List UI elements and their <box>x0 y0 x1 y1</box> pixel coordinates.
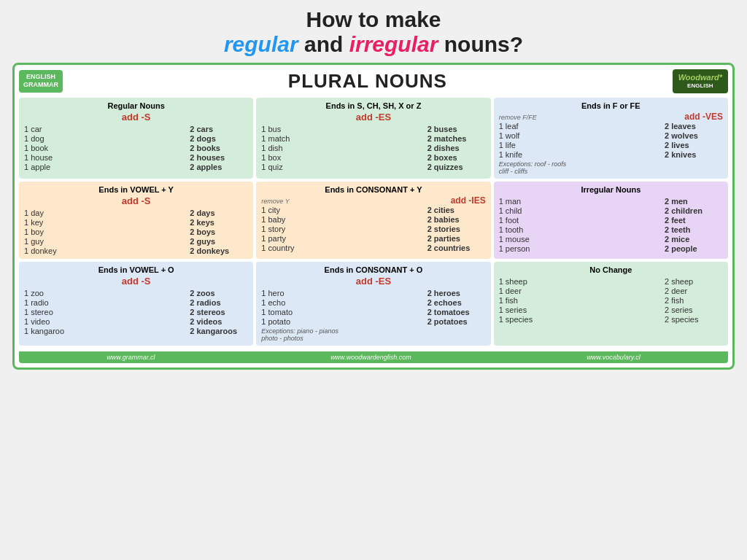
list-item: 1 species2 species <box>499 315 723 324</box>
footer-link-3: www.vocabulary.cl <box>587 354 640 361</box>
list-item: 1 dog2 dogs <box>24 134 248 143</box>
list-item: 1 apple2 apples <box>24 163 248 171</box>
list-item: 1 tomato2 tomatoes <box>261 308 485 316</box>
list-item: 1 guy2 guys <box>24 237 248 246</box>
consonant-o-rows: 1 hero2 heroes 1 echo2 echoes 1 tomato2 … <box>261 289 485 326</box>
irregular-rows: 1 man2 men 1 child2 children 1 foot2 fee… <box>499 197 723 253</box>
list-item: 1 bus2 buses <box>261 125 485 133</box>
list-item: 1 video2 videos <box>24 317 248 326</box>
list-item: 1 echo2 echoes <box>261 298 485 307</box>
list-item: 1 story2 stories <box>261 225 485 233</box>
list-item: 1 sheep2 sheep <box>499 277 723 286</box>
list-item: 1 donkey2 donkeys <box>24 246 248 255</box>
list-item: 1 day2 days <box>24 209 248 217</box>
vowel-o-rows: 1 zoo2 zoos 1 radio2 radios 1 stereo2 st… <box>24 289 248 335</box>
vowel-y-header: Ends in VOWEL + Y <box>24 185 248 194</box>
list-item: 1 city2 cities <box>261 206 485 214</box>
list-item: 1 leaf2 leaves <box>499 122 723 131</box>
list-item: 1 match2 matches <box>261 134 485 143</box>
remove-y-label: remove Y <box>261 198 289 205</box>
list-item: 1 baby2 babies <box>261 215 485 224</box>
cell-regular-nouns: Regular Nouns add -S 1 car2 cars 1 dog2 … <box>19 98 253 179</box>
list-item: 1 person2 people <box>499 244 723 253</box>
plural-nouns-title: PLURAL NOUNS <box>288 70 447 93</box>
list-item: 1 zoo2 zoos <box>24 289 248 298</box>
regular-nouns-subheader: add -S <box>24 112 248 122</box>
list-item: 1 country2 countries <box>261 244 485 252</box>
vowel-o-subheader: add -S <box>24 276 248 287</box>
list-item: 1 foot2 feet <box>499 216 723 225</box>
ends-s-rows: 1 bus2 buses 1 match2 matches 1 dish2 di… <box>261 125 485 171</box>
regular-nouns-header: Regular Nouns <box>24 101 248 110</box>
list-item: 1 fish2 fish <box>499 296 723 305</box>
title-suffix: nouns? <box>444 32 523 56</box>
cell-ends-s: Ends in S, CH, SH, X or Z add -ES 1 bus2… <box>256 98 490 179</box>
consonant-o-header: Ends in CONSONANT + O <box>261 265 485 274</box>
consonant-y-subheader: add -IES <box>451 195 486 206</box>
cell-vowel-o: Ends in VOWEL + O add -S 1 zoo2 zoos 1 r… <box>19 262 253 346</box>
cell-no-change: No Change 1 sheep2 sheep 1 deer2 deer 1 … <box>494 262 728 346</box>
list-item: 1 potato2 potatoes <box>261 317 485 326</box>
list-item: 1 party2 parties <box>261 234 485 243</box>
ends-f-header: Ends in F or FE <box>499 101 723 110</box>
list-item: 1 quiz2 quizzes <box>261 163 485 171</box>
woodward-badge: Woodward* ENGLISH <box>673 69 728 93</box>
no-change-rows: 1 sheep2 sheep 1 deer2 deer 1 fish2 fish… <box>499 277 723 324</box>
title-line2: regular and irregular nouns? <box>224 32 523 57</box>
list-item: 1 stereo2 stereos <box>24 308 248 316</box>
no-change-header: No Change <box>499 265 723 274</box>
list-item: 1 child2 children <box>499 206 723 215</box>
ends-s-header: Ends in S, CH, SH, X or Z <box>261 101 485 110</box>
footer-bar: www.grammar.cl www.woodwardenglish.com w… <box>19 351 728 363</box>
list-item: 1 mouse2 mice <box>499 235 723 244</box>
list-item: 1 man2 men <box>499 197 723 206</box>
list-item: 1 life2 lives <box>499 141 723 149</box>
list-item: 1 boy2 boys <box>24 228 248 236</box>
cell-consonant-o: Ends in CONSONANT + O add -ES 1 hero2 he… <box>256 262 490 346</box>
noun-grid: Regular Nouns add -S 1 car2 cars 1 dog2 … <box>19 98 728 349</box>
consonant-o-exceptions: Exceptions: piano - pianosphoto - photos <box>261 327 485 342</box>
footer-link-2: www.woodwardenglish.com <box>330 354 411 361</box>
list-item: 1 house2 houses <box>24 153 248 162</box>
cell-irregular: Irregular Nouns 1 man2 men 1 child2 chil… <box>494 182 728 259</box>
plural-nouns-chart: ENGLISH GRAMMAR PLURAL NOUNS Woodward* E… <box>12 63 735 370</box>
ends-f-rows: 1 leaf2 leaves 1 wolf2 wolves 1 life2 li… <box>499 122 723 159</box>
vowel-y-subheader: add -S <box>24 195 248 206</box>
list-item: 1 dish2 dishes <box>261 144 485 152</box>
list-item: 1 tooth2 teeth <box>499 225 723 234</box>
list-item: 1 hero2 heroes <box>261 289 485 298</box>
title-line1: How to make <box>224 7 523 32</box>
remove-f-label: remove F/FE <box>499 114 537 121</box>
page-title: How to make regular and irregular nouns? <box>224 7 523 57</box>
list-item: 1 kangaroo2 kangaroos <box>24 327 248 335</box>
ends-s-subheader: add -ES <box>261 112 485 122</box>
consonant-y-rows: 1 city2 cities 1 baby2 babies 1 story2 s… <box>261 206 485 252</box>
irregular-word: irregular <box>349 32 438 56</box>
consonant-o-subheader: add -ES <box>261 276 485 287</box>
cell-consonant-y: Ends in CONSONANT + Y remove Y add -IES … <box>256 182 490 259</box>
chart-header: ENGLISH GRAMMAR PLURAL NOUNS Woodward* E… <box>19 69 728 93</box>
list-item: 1 deer2 deer <box>499 287 723 295</box>
cell-ends-f: Ends in F or FE remove F/FE add -VES 1 l… <box>494 98 728 179</box>
title-connector: and <box>304 32 349 56</box>
list-item: 1 radio2 radios <box>24 298 248 307</box>
list-item: 1 key2 keys <box>24 218 248 227</box>
consonant-y-header: Ends in CONSONANT + Y <box>261 185 485 194</box>
english-grammar-badge: ENGLISH GRAMMAR <box>19 70 63 93</box>
vowel-y-rows: 1 day2 days 1 key2 keys 1 boy2 boys 1 gu… <box>24 209 248 255</box>
list-item: 1 wolf2 wolves <box>499 131 723 140</box>
regular-word: regular <box>224 32 298 56</box>
footer-link-1: www.grammar.cl <box>107 354 155 361</box>
list-item: 1 box2 boxes <box>261 153 485 162</box>
irregular-header: Irregular Nouns <box>499 185 723 194</box>
cell-vowel-y: Ends in VOWEL + Y add -S 1 day2 days 1 k… <box>19 182 253 259</box>
vowel-o-header: Ends in VOWEL + O <box>24 265 248 274</box>
ends-f-exceptions: Exceptions: roof - roofscliff - cliffs <box>499 160 723 175</box>
list-item: 1 knife2 knives <box>499 150 723 159</box>
ends-f-subheader: add -VES <box>684 112 723 122</box>
list-item: 1 series2 series <box>499 306 723 314</box>
list-item: 1 car2 cars <box>24 125 248 133</box>
list-item: 1 book2 books <box>24 144 248 152</box>
regular-nouns-rows: 1 car2 cars 1 dog2 dogs 1 book2 books 1 … <box>24 125 248 171</box>
